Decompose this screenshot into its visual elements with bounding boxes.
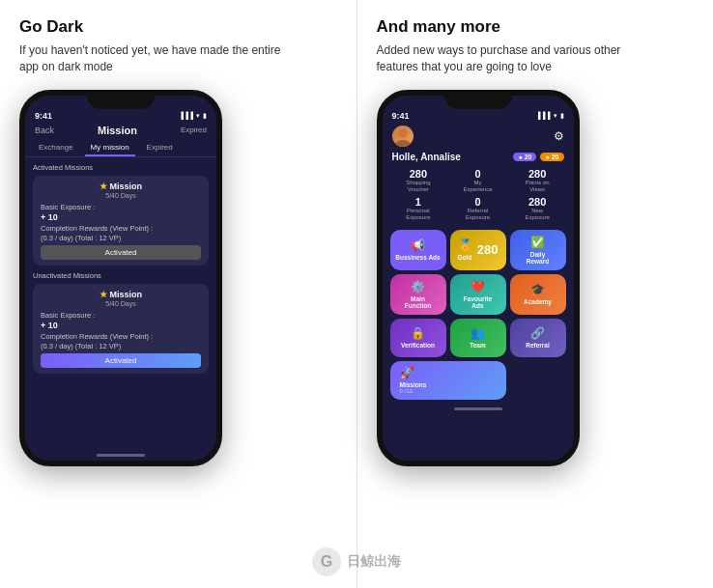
activated-mission-card: ★ Mission 5/40 Days Basic Exposure : + 1…	[33, 176, 209, 266]
home-indicator-left	[97, 454, 145, 457]
tab-my-mission[interactable]: My mission	[85, 140, 135, 156]
unactivated-section-label: Unactivated Missions	[33, 271, 209, 280]
tile-academy[interactable]: 🎓 Academy	[510, 274, 566, 315]
tile-biz-ads[interactable]: 📢 Bussiness Ads	[390, 230, 446, 270]
left-title: Go Dark	[19, 17, 83, 37]
tab-expired[interactable]: Expired	[141, 140, 179, 156]
coin-icon-purple: ●	[518, 154, 522, 160]
right-panel: And many more Added new ways to purchase…	[357, 0, 714, 588]
orange-badge-value: 20	[552, 154, 559, 160]
activated-section-label: Activated Missions	[33, 163, 209, 172]
badge-row: ● 20 ● 20	[513, 153, 563, 161]
phone-notch-right	[444, 96, 512, 109]
status-time-right: 9:41	[392, 111, 410, 121]
mission-content: Activated Missions ★ Mission 5/40 Days B…	[25, 157, 216, 450]
missions-icon: 🚀	[400, 366, 427, 379]
left-phone: 9:41 ▐▐▐ ▾ ▮ Back Mission Expired Exchan…	[19, 90, 222, 466]
team-label: Team	[470, 342, 486, 349]
basic-exposure-label-2: Basic Exposure :	[41, 311, 201, 320]
verification-icon: 🔒	[411, 326, 425, 340]
mission-card-2-sub: 5/40 Days	[41, 300, 201, 307]
academy-icon: 🎓	[530, 283, 545, 296]
completion-value-2: (0.3 / day) (Total : 12 VP)	[41, 342, 201, 350]
dash-header: ⚙	[383, 123, 574, 150]
user-row: Holle, Annalise ● 20 ● 20	[383, 150, 574, 164]
expired-label: Expired	[181, 126, 207, 134]
referral-label: Referral	[526, 342, 550, 349]
tile-gold[interactable]: 🏅 Gold 280	[450, 230, 506, 270]
tile-team[interactable]: 👥 Team	[450, 319, 506, 357]
daily-reward-icon: ✅	[530, 236, 545, 249]
stat-personal-exposure: 1 PersonalExposure	[390, 196, 447, 221]
stat-val-3: 1	[390, 196, 447, 208]
stat-val-5: 280	[509, 196, 566, 208]
stat-referral-exposure: 0 ReferralExposure	[449, 196, 506, 221]
gold-icon: 🏅	[458, 238, 472, 252]
stat-label-2: Points onViews	[509, 180, 566, 193]
user-avatar	[392, 126, 414, 147]
stat-val-2: 280	[509, 168, 566, 180]
right-phone: 9:41 ▐▐▐ ▾ ▮ ⚙ Holle, Annalise	[377, 90, 580, 466]
activate-button-2[interactable]: Activated	[41, 353, 201, 368]
gold-value: 280	[477, 242, 499, 257]
mission-card-1-title: ★ Mission	[41, 182, 201, 191]
missions-label: Missions	[400, 381, 427, 388]
gold-label: Gold	[458, 254, 472, 261]
status-time-left: 9:41	[35, 111, 52, 121]
left-desc: If you haven't noticed yet, we have made…	[19, 42, 290, 76]
tile-daily-reward[interactable]: ✅ DailyReward	[510, 230, 566, 270]
mission-screen-title: Mission	[54, 125, 181, 136]
daily-reward-label: DailyReward	[527, 251, 549, 265]
svg-point-0	[398, 128, 408, 138]
basic-exposure-label-1: Basic Exposure :	[41, 203, 201, 211]
completion-label-1: Completion Rewards (View Point) :	[41, 224, 201, 233]
completion-value-1: (0.3 / day) (Total : 12 VP)	[41, 234, 201, 242]
mission-tabs: Exchange My mission Expired	[25, 140, 216, 157]
status-bar-right: 9:41 ▐▐▐ ▾ ▮	[383, 109, 574, 123]
mission-header: Back Mission Expired	[25, 123, 216, 138]
unactivated-mission-card: ★ Mission 5/40 Days Basic Exposure : + 1…	[33, 284, 209, 374]
tiles-grid: 📢 Bussiness Ads 🏅 Gold 280 ✅ DailyReward	[383, 226, 574, 404]
right-desc: Added new ways to purchase and various o…	[377, 42, 647, 76]
stats-grid: 280 ShoppingVoucher 0 MyExperience 280 P…	[383, 164, 574, 226]
stat-label-4: ReferralExposure	[449, 208, 506, 221]
favourite-ads-label: FavouriteAds	[464, 295, 492, 309]
status-icons-right: ▐▐▐ ▾ ▮	[536, 112, 564, 120]
star-icon: ★	[100, 182, 107, 191]
orange-badge: ● 20	[540, 153, 563, 161]
star-icon-2: ★	[100, 290, 107, 299]
tile-missions[interactable]: 🚀 Missions 0 /10	[390, 361, 506, 400]
tile-favourite-ads[interactable]: ❤️ FavouriteAds	[450, 274, 506, 315]
stat-label-3: PersonalExposure	[390, 208, 447, 221]
completion-label-2: Completion Rewards (View Point) :	[41, 332, 201, 341]
settings-gear-icon[interactable]: ⚙	[554, 129, 564, 143]
back-button[interactable]: Back	[35, 126, 54, 135]
tile-referral[interactable]: 🔗 Referral	[510, 319, 566, 357]
referral-icon: 🔗	[530, 326, 545, 340]
main-function-label: MainFunction	[405, 295, 431, 309]
home-indicator-right	[454, 407, 502, 410]
status-icons-left: ▐▐▐ ▾ ▮	[179, 112, 207, 120]
mission-card-2-title: ★ Mission	[41, 290, 201, 299]
username-label: Holle, Annalise	[392, 152, 461, 162]
signal-icon: ▐▐▐	[179, 112, 193, 119]
tab-exchange[interactable]: Exchange	[33, 140, 79, 156]
mission-card-1-sub: 5/40 Days	[41, 192, 201, 199]
phone-notch	[87, 96, 155, 109]
left-panel: Go Dark If you haven't noticed yet, we h…	[0, 0, 356, 588]
coin-icon-orange: ●	[545, 154, 549, 160]
status-bar-left: 9:41 ▐▐▐ ▾ ▮	[25, 109, 216, 123]
stat-label-1: MyExperience	[449, 180, 506, 193]
purple-badge-value: 20	[525, 154, 532, 160]
tile-verification[interactable]: 🔒 Verification	[390, 319, 446, 357]
academy-label: Academy	[524, 298, 552, 305]
activated-button-1[interactable]: Activated	[41, 245, 201, 260]
verification-label: Verification	[401, 342, 435, 349]
purple-badge: ● 20	[513, 153, 536, 161]
battery-icon: ▮	[203, 112, 207, 120]
tile-main-function[interactable]: ⚙️ MainFunction	[390, 274, 446, 315]
stat-shopping-voucher: 280 ShoppingVoucher	[390, 168, 447, 193]
right-phone-screen: 9:41 ▐▐▐ ▾ ▮ ⚙ Holle, Annalise	[383, 96, 574, 461]
stat-val-1: 0	[449, 168, 506, 180]
stat-label-0: ShoppingVoucher	[390, 180, 447, 193]
